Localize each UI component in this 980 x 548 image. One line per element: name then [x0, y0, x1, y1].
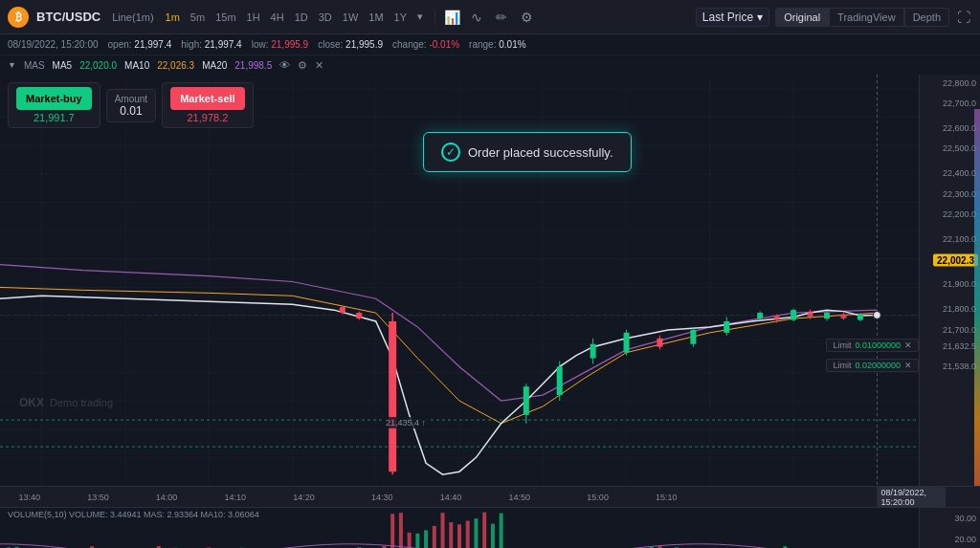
topbar-right: Last Price ▾ Original TradingView Depth … — [696, 8, 972, 27]
tf-5m[interactable]: 5m — [187, 10, 209, 25]
ma-eye-icon[interactable]: 👁 — [279, 59, 290, 71]
ma-collapse-arrow[interactable]: ▼ — [8, 60, 16, 70]
draw-icon[interactable]: ✏ — [493, 9, 510, 26]
tf-1d[interactable]: 1D — [291, 10, 312, 25]
market-buy-button[interactable]: Market-buy — [16, 87, 92, 110]
tf-3d[interactable]: 3D — [315, 10, 336, 25]
market-buy-box: Market-buy 21,991.7 — [8, 82, 100, 128]
time-1410: 14:10 — [224, 493, 246, 502]
tf-15m[interactable]: 15m — [212, 10, 239, 25]
vol-20: 20.00 — [954, 535, 976, 544]
watermark: OKX Demo trading — [19, 396, 113, 409]
settings-icon[interactable]: ⚙ — [518, 9, 535, 26]
view-tabs: Original TradingView Depth — [775, 8, 949, 27]
time-1340: 13:40 — [18, 493, 40, 502]
price-22600: 22,600.0 — [943, 123, 976, 133]
ohlc-open: open: 21,997.4 — [108, 39, 172, 50]
ma-bar: ▼ MAS MA5 22,020.0 MA10 22,026.3 MA20 21… — [0, 55, 980, 75]
time-1510: 15:10 — [656, 493, 678, 502]
ma-close-icon[interactable]: ✕ — [315, 59, 323, 72]
price-22300: 22,300.0 — [943, 189, 976, 199]
market-sell-button[interactable]: Market-sell — [170, 87, 244, 110]
time-1450: 14:50 — [508, 493, 530, 502]
pair-label: BTC/USDC — [36, 10, 100, 24]
market-sell-box: Market-sell 21,978.2 — [162, 82, 253, 128]
success-toast: ✓ Order placed successfully. — [423, 132, 632, 172]
time-1430: 14:30 — [371, 493, 393, 502]
current-price-label: 22,002.3 — [933, 253, 978, 266]
buy-price: 21,991.7 — [16, 112, 92, 123]
time-1500: 15:00 — [587, 493, 609, 502]
tf-1h[interactable]: 1H — [243, 10, 264, 25]
coin-icon: ₿ — [8, 7, 29, 28]
time-axis: 13:40 13:50 14:00 14:10 14:20 14:30 14:4… — [0, 486, 980, 507]
price-21700: 21,700.0 — [943, 325, 976, 335]
tf-1y[interactable]: 1Y — [390, 10, 411, 25]
amount-value: 0.01 — [115, 104, 147, 118]
amount-box: Amount 0.01 — [106, 89, 156, 122]
limit-order-2[interactable]: Limit 0.02000000 ✕ — [826, 359, 919, 372]
tf-1m2[interactable]: 1M — [365, 10, 387, 25]
price-21900: 21,900.0 — [943, 279, 976, 289]
ohlc-date: 08/19/2022, 15:20:00 — [8, 39, 99, 50]
vol-30: 30.00 — [954, 514, 976, 523]
last-price-button[interactable]: Last Price ▾ — [696, 8, 769, 27]
ma-settings-icon[interactable]: ⚙ — [298, 59, 307, 72]
limit-order-1[interactable]: Limit 0.01000000 ✕ — [826, 339, 919, 352]
compare-icon[interactable]: ∿ — [468, 9, 485, 26]
last-price-label: Last Price — [702, 11, 753, 24]
last-price-chevron: ▾ — [757, 11, 763, 24]
amount-label: Amount — [115, 94, 147, 104]
ohlc-low: low: 21,995.9 — [252, 39, 309, 50]
ma10-value: 22,026.3 — [157, 60, 194, 71]
demo-label: Demo trading — [50, 397, 113, 408]
price-22800: 22,800.0 — [943, 78, 976, 88]
fullscreen-icon[interactable]: ⛶ — [955, 9, 972, 26]
timeframe-selector: 1m 5m 15m 1H 4H 1D 3D 1W 1M 1Y ▾ — [162, 9, 427, 25]
price-21538: 21,538.0 — [943, 362, 976, 371]
tf-dropdown[interactable]: ▾ — [413, 9, 427, 25]
indicator-icon[interactable]: 📊 — [443, 9, 460, 26]
tab-tradingview[interactable]: TradingView — [829, 8, 904, 27]
price-22700: 22,700.0 — [943, 99, 976, 108]
price-22400: 22,400.0 — [943, 168, 976, 178]
ohlc-range: range: 0.01% — [469, 39, 526, 50]
ohlc-change: change: -0.01% — [392, 39, 459, 50]
topbar: ₿ BTC/USDC Line(1m) 1m 5m 15m 1H 4H 1D 3… — [0, 0, 980, 34]
chart-wrapper: Market-buy 21,991.7 Amount 0.01 Market-s… — [0, 75, 980, 486]
price-22500: 22,500.0 — [943, 143, 976, 153]
colorbar — [974, 109, 980, 486]
chart-type-label: Line(1m) — [112, 11, 153, 23]
low-price-label: 21,435.4 ↑ — [383, 417, 429, 428]
toast-message: Order placed successfully. — [468, 145, 613, 160]
tf-1w[interactable]: 1W — [339, 10, 363, 25]
mas-label: MAS — [24, 60, 45, 71]
current-time-label: 08/19/2022, 15:20:00 — [877, 487, 946, 508]
price-21800: 21,800.0 — [943, 304, 976, 314]
price-axis: 22,800.0 22,700.0 22,600.0 22,500.0 22,4… — [919, 75, 980, 486]
ma20-label: MA20 — [202, 60, 227, 71]
ohlc-close: close: 21,995.9 — [318, 39, 383, 50]
ma5-value: 22,020.0 — [79, 60, 117, 71]
tab-original[interactable]: Original — [775, 8, 829, 27]
time-1440: 14:40 — [440, 493, 462, 502]
sell-price: 21,978.2 — [170, 112, 244, 123]
tf-4h[interactable]: 4H — [267, 10, 288, 25]
brand-label: OKX — [19, 396, 44, 409]
price-22100: 22,100.0 — [943, 234, 976, 244]
time-1400: 14:00 — [156, 493, 178, 502]
ma20-value: 21,998.5 — [234, 60, 272, 71]
time-1420: 14:20 — [293, 493, 315, 502]
volume-info-text: VOLUME(5,10) VOLUME: 3.44941 MAS: 2.9336… — [8, 510, 259, 519]
toast-check-icon: ✓ — [441, 142, 460, 162]
ma5-label: MA5 — [53, 60, 73, 71]
tab-depth[interactable]: Depth — [904, 8, 949, 27]
order-panel: Market-buy 21,991.7 Amount 0.01 Market-s… — [8, 82, 254, 128]
price-21632: 21,632.5 — [943, 341, 976, 351]
tf-1m[interactable]: 1m — [162, 10, 184, 25]
volume-axis: 30.00 20.00 10.00 — [919, 508, 980, 548]
ohlc-high: high: 21,997.4 — [181, 39, 241, 50]
volume-info-bar: VOLUME(5,10) VOLUME: 3.44941 MAS: 2.9336… — [8, 510, 259, 519]
time-1350: 13:50 — [87, 493, 109, 502]
ohlc-bar: 08/19/2022, 15:20:00 open: 21,997.4 high… — [0, 34, 980, 55]
